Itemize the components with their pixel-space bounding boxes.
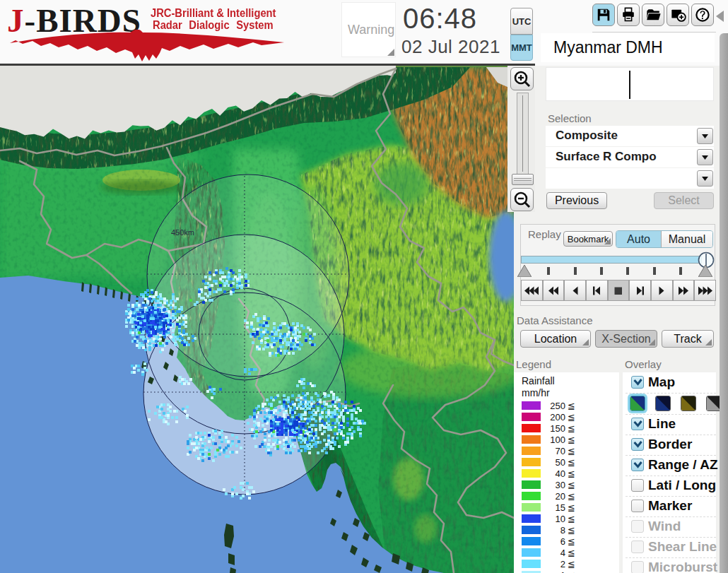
svg-text:450km: 450km [171,228,194,237]
